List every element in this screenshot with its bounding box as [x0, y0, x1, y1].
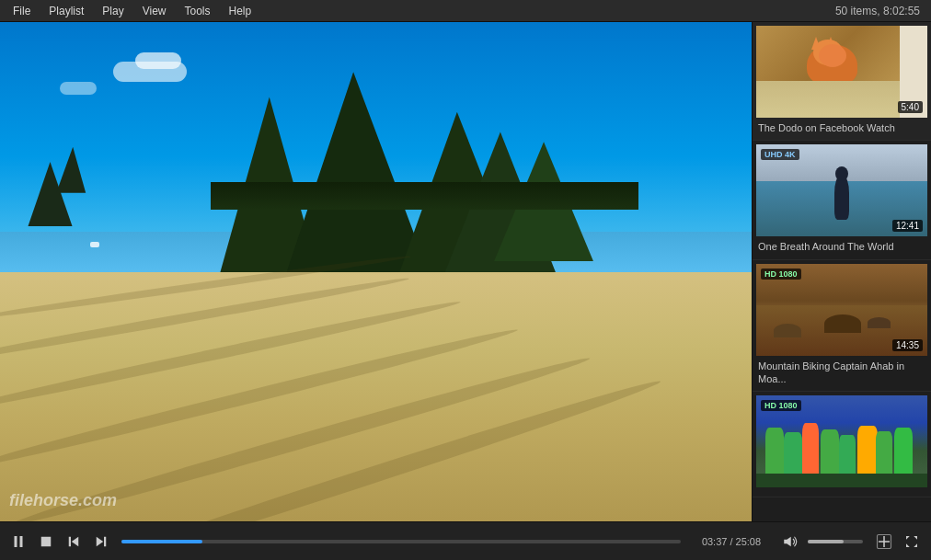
cloud-2: [135, 52, 181, 69]
prev-icon: [65, 533, 82, 550]
next-button[interactable]: [90, 531, 112, 553]
right-controls: [872, 530, 924, 554]
menu-bar: File Playlist Play View Tools Help 50 it…: [0, 0, 931, 22]
controls-bar: 03:37 / 25:08: [0, 521, 931, 560]
watermark: filehorse.com: [9, 491, 117, 510]
shadow-6: [51, 373, 663, 521]
item-title-2: Mountain Biking Captain Ahab in Moa...: [756, 360, 927, 386]
stop-button[interactable]: [35, 531, 57, 553]
duration-1: 12:41: [892, 220, 923, 232]
menu-file[interactable]: File: [4, 3, 40, 19]
pause-button[interactable]: [7, 531, 29, 553]
menu-view[interactable]: View: [133, 3, 176, 19]
badge-2: HD 1080: [761, 269, 801, 280]
svg-marker-3: [72, 536, 79, 546]
badge-1: UHD 4K: [761, 149, 799, 160]
add-icon: [876, 533, 892, 550]
duration-2: 14:35: [892, 339, 923, 351]
thumb-0: 5:40: [756, 26, 927, 118]
boat: [90, 242, 99, 247]
svg-marker-7: [784, 536, 791, 546]
svg-rect-4: [69, 536, 71, 546]
fullscreen-button[interactable]: [900, 530, 924, 554]
menu-play[interactable]: Play: [93, 3, 132, 19]
prev-button[interactable]: [63, 531, 85, 553]
menu-items: File Playlist Play View Tools Help: [4, 3, 260, 19]
treeline: [211, 182, 639, 210]
main-area: filehorse.com 5:40 The Dodo o: [0, 22, 931, 521]
sand-layer: [0, 272, 752, 522]
video-canvas: filehorse.com: [0, 22, 752, 521]
add-button[interactable]: [872, 530, 896, 554]
stop-icon: [38, 533, 54, 550]
svg-rect-9: [879, 541, 890, 543]
svg-rect-0: [15, 536, 17, 547]
volume-button[interactable]: [778, 530, 802, 554]
volume-fill: [808, 540, 844, 543]
thumb-2: HD 1080 14:35: [756, 264, 927, 356]
playlist-item-1[interactable]: UHD 4K 12:41 One Breath Around The World: [753, 141, 931, 259]
badge-3: HD 1080: [761, 400, 801, 411]
menu-playlist[interactable]: Playlist: [40, 3, 93, 19]
thumb-3: HD 1080: [756, 395, 927, 487]
pause-icon: [10, 533, 27, 550]
svg-rect-2: [41, 536, 52, 546]
playlist-item-0[interactable]: 5:40 The Dodo on Facebook Watch: [753, 22, 931, 141]
playlist-panel[interactable]: 5:40 The Dodo on Facebook Watch UHD 4K 1…: [752, 22, 931, 521]
cloud-3: [60, 82, 97, 95]
playlist-count: 50 items, 8:02:55: [835, 5, 927, 17]
svg-marker-5: [97, 536, 104, 546]
volume-slider[interactable]: [808, 540, 863, 543]
progress-fill: [121, 540, 202, 543]
playlist-item-3[interactable]: HD 1080: [753, 392, 931, 497]
video-area[interactable]: filehorse.com: [0, 22, 752, 521]
item-title-0: The Dodo on Facebook Watch: [756, 121, 927, 134]
thumb-1: UHD 4K 12:41: [756, 144, 927, 236]
menu-tools[interactable]: Tools: [176, 3, 220, 19]
svg-rect-6: [104, 536, 106, 546]
time-display: 03:37 / 25:08: [690, 536, 773, 547]
svg-rect-1: [20, 536, 23, 547]
item-title-1: One Breath Around The World: [756, 240, 927, 253]
progress-bar[interactable]: [121, 540, 681, 543]
volume-icon: [782, 533, 799, 550]
playlist-item-2[interactable]: HD 1080 14:35 Mountain Biking Captain Ah…: [753, 260, 931, 393]
duration-0: 5:40: [898, 101, 923, 113]
next-icon: [93, 533, 109, 550]
menu-help[interactable]: Help: [220, 3, 261, 19]
fullscreen-icon: [903, 533, 920, 550]
